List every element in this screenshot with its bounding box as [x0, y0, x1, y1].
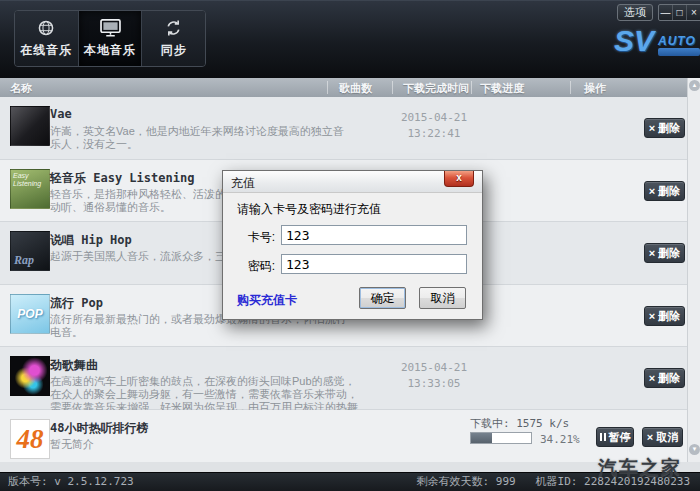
- delete-button[interactable]: × 删除: [644, 306, 685, 326]
- x-icon: ×: [649, 122, 655, 134]
- column-separator: [570, 81, 571, 94]
- delete-button[interactable]: × 删除: [644, 118, 685, 138]
- finish-clock: 13:22:41: [396, 126, 472, 142]
- row-description: 许嵩，英文名Vae，他是内地近年来网络讨论度最高的独立音乐人，没有之一。: [50, 125, 350, 151]
- delete-button[interactable]: × 删除: [644, 181, 685, 201]
- dialog-prompt: 请输入卡号及密码进行充值: [237, 201, 381, 218]
- recharge-dialog: 充值 x 请输入卡号及密码进行充值 卡号: 密码: 购买充值卡 确定 取消: [222, 170, 483, 320]
- table-header: 名称 歌曲数 下载完成时间 下载进度 操作: [0, 78, 688, 97]
- tab-local-music[interactable]: 本地音乐: [79, 11, 143, 66]
- table-row: 劲歌舞曲 在高速的汽车上听密集的鼓点，在深夜的街头回味Pub的感觉，在众人的聚会…: [0, 347, 688, 410]
- cancel-label: 取消: [656, 430, 678, 445]
- delete-label: 删除: [658, 371, 680, 386]
- days-remaining: 剩余有效天数: 999: [417, 475, 516, 488]
- scroll-up-icon[interactable]: ▲: [689, 80, 700, 91]
- options-button[interactable]: 选项: [617, 4, 653, 21]
- download-status-text: 下载中: 1575 k/s: [470, 416, 569, 431]
- row-title: 劲歌舞曲: [50, 357, 98, 374]
- logo-sv-text: SV: [614, 24, 654, 58]
- column-separator: [392, 81, 393, 94]
- x-icon: ×: [649, 372, 655, 384]
- finish-date: 2015-04-21: [396, 360, 472, 376]
- row-title: Vae: [50, 107, 72, 121]
- album-thumbnail: Rap: [10, 231, 50, 271]
- main-tab-group: 在线音乐 本地音乐 同步: [14, 10, 206, 67]
- album-thumbnail: 48: [10, 419, 50, 459]
- album-thumbnail: [10, 356, 50, 396]
- column-header-action: 操作: [584, 81, 606, 96]
- sync-icon: [164, 19, 184, 37]
- password-label: 密码:: [243, 258, 275, 275]
- download-progress-bar: [470, 432, 532, 444]
- download-percent-label: 34.21%: [540, 433, 580, 446]
- delete-label: 删除: [658, 184, 680, 199]
- version-label: 版本号: v 2.5.12.723: [8, 473, 134, 491]
- status-bar: 版本号: v 2.5.12.723 剩余有效天数: 999 机器ID: 2282…: [0, 472, 700, 491]
- album-thumbnail: [10, 106, 50, 146]
- window-controls: — □ ×: [658, 4, 700, 21]
- app-logo: SV AUTO: [612, 28, 698, 68]
- scrollbar[interactable]: ▲ ▼: [687, 78, 700, 462]
- dialog-cancel-button[interactable]: 取消: [419, 287, 466, 309]
- download-finish-time: 2015-04-21 13:33:05: [396, 360, 472, 392]
- x-icon: ×: [647, 431, 653, 443]
- delete-button[interactable]: × 删除: [644, 243, 685, 263]
- finish-date: 2015-04-21: [396, 110, 472, 126]
- column-header-songcount: 歌曲数: [339, 81, 372, 96]
- dialog-title: 充值: [231, 175, 255, 192]
- watermark: 汽车之家: [598, 455, 682, 481]
- tab-online-music[interactable]: 在线音乐: [15, 11, 79, 66]
- download-progress-fill: [471, 433, 492, 443]
- logo-strip: [658, 48, 700, 56]
- delete-label: 删除: [658, 309, 680, 324]
- tab-label: 在线音乐: [20, 42, 72, 59]
- monitor-icon: [100, 19, 120, 37]
- x-icon: ×: [649, 185, 655, 197]
- scroll-down-icon[interactable]: ▼: [689, 444, 700, 455]
- download-finish-time: 2015-04-21 13:22:41: [396, 110, 472, 142]
- globe-icon: [36, 19, 56, 37]
- delete-label: 删除: [658, 246, 680, 261]
- column-separator: [471, 81, 472, 94]
- card-number-label: 卡号:: [243, 229, 275, 246]
- row-description: 暂无简介: [50, 438, 350, 451]
- dialog-titlebar[interactable]: 充值 x: [223, 171, 482, 193]
- x-icon: ×: [649, 310, 655, 322]
- pause-icon: [600, 433, 606, 441]
- column-separator: [327, 81, 328, 94]
- column-header-finish-time: 下载完成时间: [403, 81, 469, 96]
- pause-button[interactable]: 暂停: [596, 427, 634, 447]
- row-title: 说唱 Hip Hop: [50, 232, 132, 249]
- dialog-close-icon[interactable]: x: [444, 171, 474, 187]
- cancel-download-button[interactable]: × 取消: [642, 427, 683, 447]
- table-row: 48 48小时热听排行榜 暂无简介 下载中: 1575 k/s 34.21% 暂…: [0, 410, 688, 462]
- row-title: 轻音乐 Easy Listening: [50, 170, 194, 187]
- finish-clock: 13:33:05: [396, 376, 472, 392]
- maximize-icon[interactable]: □: [673, 5, 687, 20]
- table-row: Vae 许嵩，英文名Vae，他是内地近年来网络讨论度最高的独立音乐人，没有之一。…: [0, 97, 688, 160]
- row-title: 48小时热听排行榜: [50, 420, 148, 437]
- x-icon: ×: [649, 247, 655, 259]
- minimize-icon[interactable]: —: [659, 5, 673, 20]
- album-thumbnail: POP: [10, 294, 50, 334]
- tab-sync[interactable]: 同步: [142, 11, 205, 66]
- row-title: 流行 Pop: [50, 295, 103, 312]
- top-bar: 在线音乐 本地音乐 同步 选项 — □ × SV AUTO: [0, 0, 700, 78]
- password-input[interactable]: [281, 254, 467, 274]
- delete-label: 删除: [658, 121, 680, 136]
- card-number-input[interactable]: [281, 225, 467, 245]
- app-window: 在线音乐 本地音乐 同步 选项 — □ × SV AUTO: [0, 0, 700, 491]
- pause-label: 暂停: [609, 430, 631, 445]
- logo-auto-text: AUTO: [658, 34, 696, 48]
- tab-label: 本地音乐: [84, 42, 136, 59]
- column-header-progress: 下载进度: [480, 81, 524, 96]
- column-header-name: 名称: [10, 81, 32, 96]
- buy-card-link[interactable]: 购买充值卡: [237, 292, 297, 309]
- ok-button[interactable]: 确定: [359, 287, 406, 309]
- close-icon[interactable]: ×: [687, 5, 700, 20]
- tab-label: 同步: [161, 42, 187, 59]
- album-thumbnail: Easy Listening: [10, 169, 50, 209]
- bottom-strip: [0, 462, 700, 472]
- delete-button[interactable]: × 删除: [644, 368, 685, 388]
